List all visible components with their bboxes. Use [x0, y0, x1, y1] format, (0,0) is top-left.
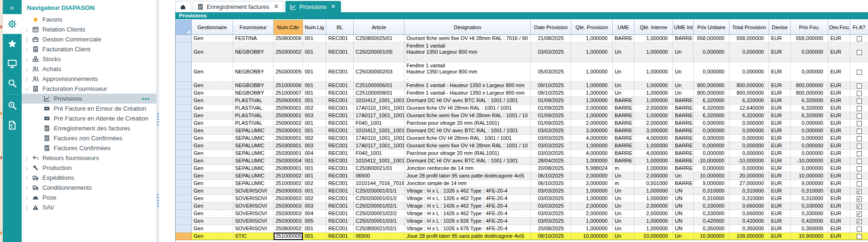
- cell-dev_fou[interactable]: EUR: [828, 210, 850, 218]
- checkbox-checked[interactable]: ✓: [857, 219, 862, 224]
- cell-devise[interactable]: EUR: [769, 105, 791, 112]
- cell-qte_provision[interactable]: 1,000000: [571, 157, 613, 165]
- cell-prix_unitaire[interactable]: 800,000000: [694, 89, 730, 97]
- cell-prix_unitaire[interactable]: 658,000000: [694, 35, 730, 42]
- cell-fournisseur[interactable]: SEPALUMIC: [233, 142, 274, 150]
- cell-num_lig[interactable]: 001: [303, 233, 326, 240]
- cell-total_provision[interactable]: 0,660000: [730, 202, 769, 210]
- cell-bl[interactable]: REC001: [326, 62, 354, 82]
- cell-prix_unitaire[interactable]: 800,000000: [694, 82, 730, 89]
- chevron-right-icon[interactable]: [24, 165, 30, 171]
- checkbox-unchecked[interactable]: [857, 106, 862, 111]
- cell-date_provision[interactable]: 03/03/2025: [531, 210, 571, 218]
- cell-date_provision[interactable]: 03/03/2025: [531, 195, 571, 202]
- chevron-right-icon[interactable]: [24, 195, 30, 201]
- cell-prix_unitaire[interactable]: 9,000000: [694, 180, 730, 187]
- cell-qte_interne[interactable]: 1,000000: [634, 165, 673, 172]
- cell-designation[interactable]: Ouvrant fiche semi fixe OV HI 28mm RAL :…: [405, 112, 531, 120]
- checkbox-unchecked[interactable]: [857, 159, 862, 164]
- cell-prix_fou[interactable]: 658,000000: [791, 35, 828, 42]
- splitter-handle[interactable]: [157, 194, 159, 207]
- row-selector[interactable]: [176, 195, 192, 202]
- star-icon[interactable]: [3, 34, 22, 54]
- cell-designation[interactable]: Parclose pour vitrage 20 mm (RAL1001): [405, 120, 531, 127]
- cell-prix_unitaire[interactable]: 0,000000: [694, 165, 730, 172]
- cell-total_provision[interactable]: 27,000000: [730, 180, 769, 187]
- cell-total_provision[interactable]: 109,000000: [730, 233, 769, 240]
- cell-dev_fou[interactable]: EUR: [828, 120, 850, 127]
- column-header-designation[interactable]: Désignation: [405, 19, 531, 35]
- cell-prix_fou[interactable]: 6,320000: [791, 105, 828, 112]
- cell-total_provision[interactable]: 0,000000: [730, 150, 769, 157]
- column-header-devise[interactable]: Devise: [769, 19, 791, 35]
- cell-gestionnaire[interactable]: Gen: [192, 157, 233, 165]
- cell-bl[interactable]: REC001: [326, 35, 354, 42]
- cell-prix_fou[interactable]: 0,000000: [791, 150, 828, 157]
- cell-ume_int[interactable]: BARRE: [673, 105, 694, 112]
- cell-total_provision[interactable]: 0,000000: [730, 142, 769, 150]
- cell-devise[interactable]: EUR: [769, 202, 791, 210]
- cell-qte_provision[interactable]: 2,000000: [571, 172, 613, 180]
- monitor-icon[interactable]: [3, 54, 22, 73]
- cell-total_provision[interactable]: 0,310000: [730, 187, 769, 195]
- cell-ume[interactable]: BARRE: [613, 150, 634, 157]
- cell-qte_provision[interactable]: 1,000000: [571, 42, 613, 62]
- cell-qte_interne[interactable]: 1,000000: [634, 112, 673, 120]
- cell-num_lig[interactable]: 001: [303, 62, 326, 82]
- sidebar-item-provisions[interactable]: Provisions•••: [22, 94, 156, 104]
- cell-fournisseur[interactable]: SOVERISOVI: [233, 195, 274, 202]
- cell-dev_fou[interactable]: EUR: [828, 150, 850, 157]
- column-header-total_provision[interactable]: Total Provision: [730, 19, 769, 35]
- cell-qte_interne[interactable]: 4,000000: [634, 135, 673, 142]
- cell-num_cde[interactable]: 251000005: [274, 233, 303, 240]
- cell-date_provision[interactable]: 21/08/2025: [531, 35, 571, 42]
- cell-total_provision[interactable]: 20,000000: [730, 172, 769, 180]
- cell-qte_interne[interactable]: 1,000000: [634, 157, 673, 165]
- cell-ume_int[interactable]: BARRE: [673, 165, 694, 172]
- cell-gestionnaire[interactable]: Gen: [192, 105, 233, 112]
- cell-prix_fou[interactable]: 0,310000: [791, 195, 828, 202]
- cell-bl[interactable]: REC001: [326, 225, 354, 233]
- cell-bl[interactable]: REC001: [326, 150, 354, 157]
- doc-euro-icon[interactable]: €: [3, 115, 22, 135]
- cell-gestionnaire[interactable]: Gen: [192, 97, 233, 105]
- cell-num_lig[interactable]: 001: [303, 127, 326, 135]
- cell-gestionnaire[interactable]: Gen: [192, 127, 233, 135]
- cell-designation[interactable]: Jonction renforcée de 14 mm: [405, 165, 531, 172]
- cell-num_cde[interactable]: 250300003: [274, 187, 303, 195]
- row-selector[interactable]: [176, 218, 192, 225]
- cell-fournisseur[interactable]: STIC: [233, 233, 274, 240]
- cell-date_provision[interactable]: 01/09/2025: [531, 112, 571, 120]
- checkbox-unchecked[interactable]: [857, 181, 862, 186]
- cell-dev_fou[interactable]: EUR: [828, 35, 850, 42]
- cell-devise[interactable]: EUR: [769, 172, 791, 180]
- cell-prix_fou[interactable]: 10,900000: [791, 233, 828, 240]
- cell-bl[interactable]: REC001: [326, 97, 354, 105]
- cell-prix_fou[interactable]: 0,000000: [791, 165, 828, 172]
- chevron-right-icon[interactable]: [24, 175, 30, 181]
- cell-designation[interactable]: Vitrage : H x L : 1326 x 462 Type : 4FE-…: [405, 187, 531, 195]
- cell-ume_int[interactable]: Un: [673, 89, 694, 97]
- cell-devise[interactable]: EUR: [769, 225, 791, 233]
- row-selector[interactable]: [176, 202, 192, 210]
- cell-qte_provision[interactable]: 1,000000: [571, 225, 613, 233]
- cell-dev_fou[interactable]: EUR: [828, 202, 850, 210]
- cell-dev_fou[interactable]: EUR: [828, 89, 850, 97]
- cell-qte_interne[interactable]: 1,000000: [634, 97, 673, 105]
- cell-date_provision[interactable]: 03/03/2025: [531, 218, 571, 225]
- checkbox-checked[interactable]: ✓: [857, 196, 862, 202]
- cell-prix_unitaire[interactable]: 10,000000: [694, 172, 730, 180]
- row-selector[interactable]: [176, 210, 192, 218]
- sidebar-item-production[interactable]: Production: [22, 163, 156, 173]
- cell-fournisseur[interactable]: SOVERISOVI: [233, 187, 274, 195]
- cell-devise[interactable]: EUR: [769, 165, 791, 172]
- cell-devise[interactable]: EUR: [769, 97, 791, 105]
- cell-devise[interactable]: EUR: [769, 195, 791, 202]
- checkbox-unchecked[interactable]: [857, 91, 862, 96]
- cell-prix_fou[interactable]: 0,350000: [791, 225, 828, 233]
- cell-date_provision[interactable]: 09/10/2025: [531, 82, 571, 89]
- cell-prix_unitaire[interactable]: -10,000000: [694, 157, 730, 165]
- cell-total_provision[interactable]: 0,350000: [730, 225, 769, 233]
- cell-num_lig[interactable]: 001: [303, 157, 326, 165]
- cell-ume_int[interactable]: BARRE: [673, 112, 694, 120]
